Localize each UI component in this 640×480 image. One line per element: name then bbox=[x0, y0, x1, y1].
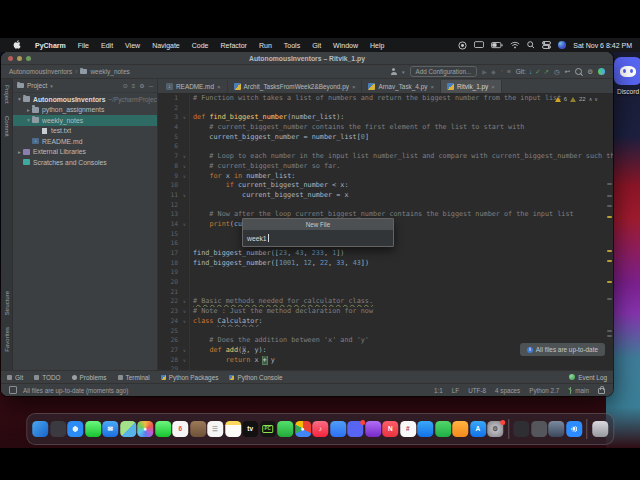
code-line[interactable]: 7∨ # Loop to each number in the input li… bbox=[158, 152, 613, 162]
line-number[interactable]: 16 bbox=[158, 239, 180, 249]
dock-icon-notes[interactable] bbox=[225, 421, 241, 437]
code-line[interactable]: 25 bbox=[158, 327, 613, 337]
line-number[interactable]: 4 bbox=[158, 123, 180, 133]
code-line[interactable]: 5 current_biggest_number = number_list[0… bbox=[158, 133, 613, 143]
line-number[interactable]: 22 bbox=[158, 297, 180, 307]
code-line[interactable]: 20 bbox=[158, 278, 613, 288]
dock-icon-calendar[interactable]: 6 bbox=[172, 421, 188, 437]
tree-item-external-libraries[interactable]: ▸External Libraries bbox=[13, 147, 157, 158]
dock-icon-slack[interactable]: # bbox=[400, 421, 416, 437]
toolwindow-button-todo[interactable]: TODO bbox=[34, 374, 60, 381]
line-number[interactable]: 27 bbox=[158, 346, 180, 356]
tab-close-icon[interactable]: × bbox=[217, 84, 221, 90]
toolwindow-button-python-packages[interactable]: Python Packages bbox=[161, 374, 219, 381]
code-line[interactable]: 28∨ return x + y bbox=[158, 356, 613, 366]
code-line[interactable]: 4 # current_biggest_number contains the … bbox=[158, 123, 613, 133]
dock-icon-numbers[interactable] bbox=[435, 421, 451, 437]
menu-item-edit[interactable]: Edit bbox=[95, 42, 119, 49]
line-number[interactable]: 9 bbox=[158, 172, 180, 182]
dock-icon-quicktime[interactable]: Q bbox=[566, 421, 582, 437]
tree-item-test-txt[interactable]: test.txt bbox=[13, 126, 157, 137]
code-line[interactable]: 17find_biggest_number([23, 43, 233, 1]) bbox=[158, 249, 613, 259]
tree-item-autonomousinventors[interactable]: ▾AutonomousInventors~/PycharmProjects/Au bbox=[13, 94, 157, 105]
menu-item-window[interactable]: Window bbox=[327, 42, 364, 49]
fold-marker-icon[interactable]: ∨ bbox=[180, 356, 190, 366]
code-line[interactable]: 8∨ # current_biggest_number so far. bbox=[158, 162, 613, 172]
menu-clock[interactable]: Sat Nov 6 8:42 PM bbox=[573, 42, 632, 49]
line-number[interactable]: 20 bbox=[158, 278, 180, 288]
tool-window-toggle-icon[interactable] bbox=[9, 386, 17, 394]
menu-item-view[interactable]: View bbox=[119, 42, 146, 49]
code-line[interactable]: 11∨ current_biggest_number = x bbox=[158, 191, 613, 201]
dock-icon-minimized-window-1[interactable] bbox=[513, 421, 529, 437]
code-editor[interactable]: 6 22 ∧∨ New File week1 i A bbox=[158, 94, 613, 370]
breadcrumb-folder[interactable]: weekly_notes bbox=[90, 68, 129, 75]
code-line[interactable]: 21 bbox=[158, 288, 613, 298]
tab-close-icon[interactable]: × bbox=[430, 84, 434, 90]
line-number[interactable]: 8 bbox=[158, 162, 180, 172]
code-line[interactable]: 22∨# Basic methods needed for calculator… bbox=[158, 297, 613, 307]
stripe-label-structure[interactable]: Structure bbox=[4, 291, 10, 315]
line-number[interactable]: 11 bbox=[158, 191, 180, 201]
dock-icon-app-store[interactable]: A bbox=[470, 421, 486, 437]
inspections-widget[interactable]: 6 22 ∧∨ bbox=[555, 96, 600, 102]
line-number[interactable]: 5 bbox=[158, 133, 180, 143]
line-number[interactable]: 26 bbox=[158, 336, 180, 346]
fold-marker-icon[interactable]: ∨ bbox=[180, 152, 190, 162]
line-number[interactable]: 10 bbox=[158, 181, 180, 191]
code-line[interactable]: 6 bbox=[158, 142, 613, 152]
dock-icon-mail[interactable]: ✉ bbox=[102, 421, 118, 437]
tab-ritvik-1-py[interactable]: Ritvik_1.py× bbox=[441, 80, 502, 93]
menu-item-file[interactable]: File bbox=[72, 42, 95, 49]
line-number[interactable]: 7 bbox=[158, 152, 180, 162]
line-number[interactable]: 1 bbox=[158, 94, 180, 104]
line-number[interactable]: 15 bbox=[158, 230, 180, 240]
status-segment-lf[interactable]: LF bbox=[452, 387, 459, 394]
prev-next-warning-icons[interactable]: ∧∨ bbox=[589, 96, 600, 102]
git-push-icon[interactable]: ↗ bbox=[544, 68, 549, 76]
stripe-label-favorites[interactable]: Favorites bbox=[4, 327, 10, 352]
tab-readme-md[interactable]: ↓README.md× bbox=[160, 80, 228, 93]
new-file-input[interactable]: week1 bbox=[243, 230, 393, 246]
dock-icon-pycharm[interactable]: PC bbox=[260, 421, 276, 437]
tab-archit-tasksfromweek2-beyond-py[interactable]: Archit_TasksFromWeek2&Beyond.py× bbox=[228, 80, 363, 93]
line-number[interactable]: 6 bbox=[158, 142, 180, 152]
toolwindow-button-problems[interactable]: Problems bbox=[72, 374, 107, 381]
update-notification[interactable]: i All files are up-to-date bbox=[520, 343, 605, 356]
status-segment-1-1[interactable]: 1:1 bbox=[434, 387, 443, 394]
code-line[interactable]: 18find_biggest_number([1001, 12, 22, 33,… bbox=[158, 259, 613, 269]
code-line[interactable]: 2 bbox=[158, 104, 613, 114]
dock-icon-apple-tv[interactable]: tv bbox=[242, 421, 258, 437]
dock-icon-photos[interactable]: ● bbox=[137, 421, 153, 437]
code-line[interactable]: 29 bbox=[158, 365, 613, 370]
hide-panel-icon[interactable]: ─ bbox=[149, 83, 153, 89]
history-icon[interactable]: ◷ bbox=[554, 68, 560, 76]
menu-item-tools[interactable]: Tools bbox=[278, 42, 306, 49]
project-header-label[interactable]: Project bbox=[27, 82, 47, 89]
status-segment-python-2-7[interactable]: Python 2.7 bbox=[529, 387, 559, 394]
fold-marker-icon[interactable]: ∨ bbox=[180, 191, 190, 201]
tab-close-icon[interactable]: × bbox=[491, 84, 495, 90]
siri-icon[interactable] bbox=[558, 41, 566, 49]
line-number[interactable]: 23 bbox=[158, 307, 180, 317]
chevron-down-icon[interactable]: ▾ bbox=[50, 83, 53, 89]
menu-item-run[interactable]: Run bbox=[253, 42, 278, 49]
status-segment-4-spaces[interactable]: 4 spaces bbox=[495, 387, 520, 394]
line-number[interactable]: 25 bbox=[158, 327, 180, 337]
event-log-button[interactable]: Event Log bbox=[569, 374, 607, 381]
toolwindow-button-python-console[interactable]: Python Console bbox=[229, 374, 282, 381]
menu-item-pycharm[interactable]: PyCharm bbox=[29, 42, 72, 49]
user-profile-icon[interactable] bbox=[390, 68, 397, 75]
settings-gear-icon[interactable]: ⚙ bbox=[587, 68, 593, 76]
dock-icon-reminders[interactable]: ☰ bbox=[207, 421, 223, 437]
git-update-icon[interactable]: ↓ bbox=[529, 68, 532, 75]
dock-icon-launchpad[interactable] bbox=[50, 421, 66, 437]
dock-icon-keynote[interactable] bbox=[417, 421, 433, 437]
dock-icon-minimized-window-3[interactable] bbox=[548, 421, 564, 437]
line-number[interactable]: 21 bbox=[158, 288, 180, 298]
line-number[interactable]: 12 bbox=[158, 201, 180, 211]
menu-item-git[interactable]: Git bbox=[306, 42, 327, 49]
lock-icon[interactable] bbox=[598, 388, 605, 394]
tree-item-scratches-and-consoles[interactable]: Scratches and Consoles bbox=[13, 157, 157, 168]
debug-button[interactable]: ◆ bbox=[491, 68, 496, 75]
